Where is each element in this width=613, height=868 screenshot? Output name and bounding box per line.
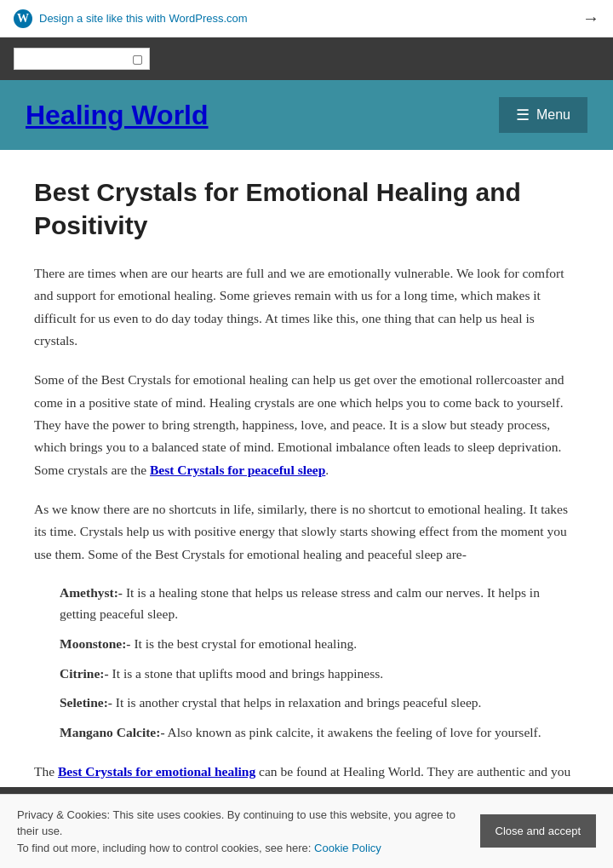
wp-topbar: W Design a site like this with WordPress…: [0, 0, 613, 37]
search-input-wrap: ▢: [14, 48, 150, 70]
paragraph-3: As we know there are no shortcuts in lif…: [34, 498, 579, 566]
crystal-list: Amethyst:- It is a healing stone that he…: [60, 583, 579, 744]
cookie-text-line2: To find out more, including how to contr…: [17, 840, 463, 857]
emotional-healing-link[interactable]: Best Crystals for emotional healing: [58, 764, 255, 779]
peaceful-sleep-link[interactable]: Best Crystals for peaceful sleep: [150, 463, 325, 477]
list-item: Amethyst:- It is a healing stone that he…: [60, 583, 579, 625]
crystal-name: Amethyst:-: [60, 585, 123, 600]
main-content: Best Crystals for Emotional Healing and …: [0, 150, 613, 868]
cookie-text-line2-label: To find out more, including how to contr…: [17, 842, 311, 854]
wp-design-link[interactable]: Design a site like this with WordPress.c…: [39, 12, 248, 25]
search-button[interactable]: ▢: [132, 52, 143, 66]
cookie-text-line1: Privacy & Cookies: This site uses cookie…: [17, 807, 463, 840]
list-item: Mangano Calcite:- Also known as pink cal…: [60, 722, 579, 744]
cookie-accept-button[interactable]: Close and accept: [480, 814, 596, 848]
paragraph-4-before: The: [34, 764, 58, 779]
crystal-description: It is a healing stone that helps us rele…: [60, 585, 540, 621]
cookie-bar: Privacy & Cookies: This site uses cookie…: [0, 794, 613, 869]
search-input[interactable]: [21, 52, 132, 66]
crystal-description: It is a stone that uplifts mood and brin…: [112, 666, 384, 681]
menu-button[interactable]: ☰ Menu: [499, 97, 587, 133]
crystal-name: Moonstone:-: [60, 636, 131, 651]
list-item: Seletine:- It is another crystal that he…: [60, 693, 579, 714]
paragraph-2-before: Some of the Best Crystals for emotional …: [34, 372, 564, 476]
crystal-description: It is another crystal that helps in rela…: [116, 695, 482, 710]
menu-icon: ☰: [516, 106, 530, 124]
post-body: There are times when are our hearts are …: [34, 262, 579, 850]
crystal-name: Seletine:-: [60, 695, 112, 710]
post-title: Best Crystals for Emotional Healing and …: [34, 175, 579, 242]
site-header: Healing World ☰ Menu: [0, 80, 613, 150]
cookie-policy-link[interactable]: Cookie Policy: [314, 842, 381, 854]
wp-logo-icon: W: [14, 9, 32, 28]
paragraph-1: There are times when are our hearts are …: [34, 262, 579, 352]
site-title: Healing World: [26, 100, 209, 131]
crystal-name: Mangano Calcite:-: [60, 725, 165, 739]
menu-label: Menu: [536, 107, 570, 123]
paragraph-2: Some of the Best Crystals for emotional …: [34, 369, 579, 481]
paragraph-2-after: .: [325, 463, 329, 477]
site-title-link[interactable]: Healing World: [26, 100, 209, 130]
wp-arrow-icon: →: [582, 9, 599, 28]
list-item: Moonstone:- It is the best crystal for e…: [60, 634, 579, 655]
crystal-description: It is the best crystal for emotional hea…: [134, 636, 357, 651]
crystal-name: Citrine:-: [60, 666, 109, 681]
search-bar-area: ▢: [0, 37, 613, 80]
cookie-text: Privacy & Cookies: This site uses cookie…: [17, 807, 463, 857]
wp-topbar-left: W Design a site like this with WordPress…: [14, 9, 248, 28]
list-item: Citrine:- It is a stone that uplifts moo…: [60, 664, 579, 685]
crystal-description: Also known as pink calcite, it awakens t…: [168, 725, 541, 739]
